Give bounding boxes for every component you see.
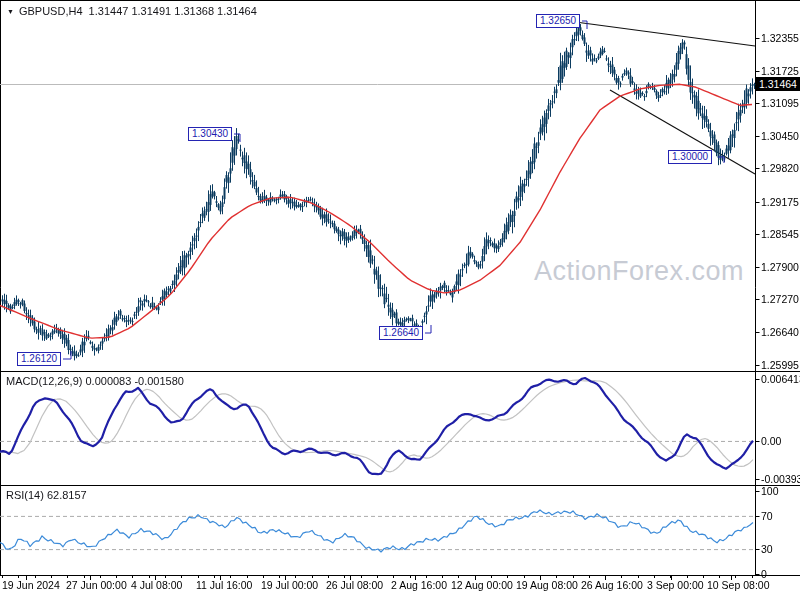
symbol-dropdown-icon[interactable]: ▼ — [7, 8, 14, 15]
time-axis-label: 10 Sep 08:00 — [707, 579, 769, 591]
macd-panel-title: MACD(12,26,9) 0.000083 -0.001580 — [6, 375, 184, 387]
time-axis-label: 26 Aug 16:00 — [581, 579, 643, 591]
price-axis-label: 1.29820 — [761, 162, 799, 174]
price-axis-label: 1.29175 — [761, 196, 799, 208]
time-axis-label: 19 Jun 2024 — [2, 579, 60, 591]
price-annotation[interactable]: 1.30430 — [188, 127, 232, 141]
rsi-axis-label: 70 — [761, 510, 773, 522]
time-axis-label: 19 Aug 08:00 — [516, 579, 578, 591]
time-axis-label: 26 Jul 08:00 — [326, 579, 383, 591]
current-price-tag: 1.31464 — [756, 77, 800, 91]
macd-axis-label: 0.00 — [761, 435, 781, 447]
time-axis-label: 11 Jul 16:00 — [196, 579, 252, 591]
price-axis-label: 1.25995 — [761, 359, 799, 371]
price-axis-label: 1.28545 — [761, 228, 799, 240]
rsi-axis-label: 100 — [761, 485, 779, 497]
price-axis-label: 1.27900 — [761, 261, 799, 273]
time-axis-label: 4 Jul 08:00 — [131, 579, 182, 591]
time-axis-label: 27 Jun 00:00 — [66, 579, 127, 591]
time-axis-label: 3 Sep 00:00 — [647, 579, 704, 591]
price-axis-label: 1.31725 — [761, 65, 799, 77]
price-annotation[interactable]: 1.30000 — [668, 150, 712, 164]
chart-header: ▼ GBPUSD,H4 1.31447 1.31491 1.31368 1.31… — [7, 5, 257, 17]
rsi-panel-title: RSI(14) 62.8157 — [6, 489, 87, 501]
price-axis-label: 1.31095 — [761, 97, 799, 109]
price-axis-label: 1.27270 — [761, 293, 799, 305]
price-axis-label: 1.30450 — [761, 130, 799, 142]
time-axis-label: 2 Aug 16:00 — [391, 579, 447, 591]
time-axis-label: 19 Jul 00:00 — [261, 579, 318, 591]
macd-axis-label: -0.003938 — [761, 473, 800, 485]
time-axis-label: 12 Aug 00:00 — [451, 579, 513, 591]
chart-window: ActionForex.com ▼ GBPUSD,H4 1.31447 1.31… — [0, 0, 800, 600]
price-axis-label: 1.32355 — [761, 32, 799, 44]
price-annotation[interactable]: 1.26120 — [17, 352, 61, 366]
rsi-axis-label: 30 — [761, 543, 773, 555]
chart-canvas[interactable] — [0, 0, 800, 600]
macd-axis-label: 0.006413 — [761, 373, 800, 385]
price-annotation[interactable]: 1.26640 — [379, 326, 423, 340]
ohlc-readout: GBPUSD,H4 1.31447 1.31491 1.31368 1.3146… — [19, 5, 257, 17]
price-annotation[interactable]: 1.32650 — [536, 14, 580, 28]
price-axis-label: 1.26640 — [761, 326, 799, 338]
